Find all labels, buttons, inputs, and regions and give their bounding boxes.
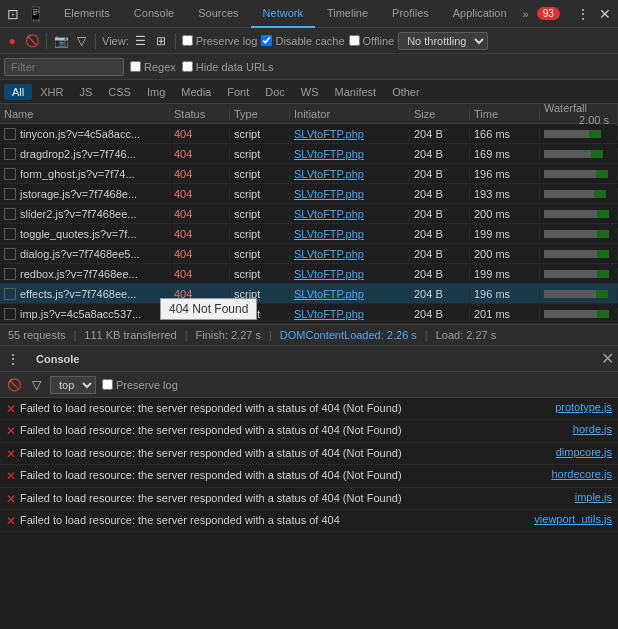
col-status[interactable]: Status <box>170 108 230 120</box>
cell-name: effects.js?v=7f7468ee... <box>0 288 170 300</box>
cell-waterfall <box>540 188 618 200</box>
console-clear-button[interactable]: 🚫 <box>6 377 22 393</box>
col-size[interactable]: Size <box>410 108 470 120</box>
console-file-link[interactable]: hordecore.js <box>551 468 612 480</box>
waterfall-bar <box>589 130 601 138</box>
hide-data-urls-checkbox[interactable] <box>182 61 193 72</box>
initiator-link[interactable]: SLVtoFTP.php <box>294 228 364 240</box>
more-tabs-icon[interactable]: » <box>519 4 533 24</box>
cell-status: 404 <box>170 228 230 240</box>
table-row[interactable]: jstorage.js?v=7f7468e... 404 script SLVt… <box>0 184 618 204</box>
offline-checkbox[interactable] <box>349 35 360 46</box>
type-tab-css[interactable]: CSS <box>100 84 139 100</box>
console-file-link[interactable]: imple.js <box>575 491 612 503</box>
type-tab-font[interactable]: Font <box>219 84 257 100</box>
type-tab-media[interactable]: Media <box>173 84 219 100</box>
camera-button[interactable]: 📷 <box>53 33 69 49</box>
type-tab-all[interactable]: All <box>4 84 32 100</box>
tab-application[interactable]: Application <box>441 0 519 28</box>
record-button[interactable]: ● <box>4 33 20 49</box>
waterfall-bar <box>597 230 609 238</box>
cell-name: redbox.js?v=7f7468ee... <box>0 268 170 280</box>
cell-waterfall <box>540 308 618 320</box>
cell-size: 204 B <box>410 168 470 180</box>
stop-recording-button[interactable]: 🚫 <box>24 33 40 49</box>
regex-checkbox[interactable] <box>130 61 141 72</box>
waterfall-wait <box>544 310 597 318</box>
initiator-link[interactable]: SLVtoFTP.php <box>294 148 364 160</box>
console-file-link[interactable]: dimpcore.js <box>556 446 612 458</box>
console-close-button[interactable]: ✕ <box>601 349 614 368</box>
initiator-link[interactable]: SLVtoFTP.php <box>294 308 364 320</box>
tab-profiles[interactable]: Profiles <box>380 0 441 28</box>
col-time[interactable]: Time <box>470 108 540 120</box>
console-preserve-log-checkbox[interactable] <box>102 379 113 390</box>
initiator-link[interactable]: SLVtoFTP.php <box>294 168 364 180</box>
col-name[interactable]: Name <box>0 108 170 120</box>
devtools-mobile-icon[interactable]: 📱 <box>26 5 44 23</box>
console-header: ⋮ Console ✕ <box>0 346 618 372</box>
cell-size: 204 B <box>410 128 470 140</box>
cell-waterfall <box>540 168 618 180</box>
tab-console[interactable]: Console <box>122 0 186 28</box>
initiator-link[interactable]: SLVtoFTP.php <box>294 248 364 260</box>
settings-icon[interactable]: ⋮ <box>574 5 592 23</box>
waterfall-wait <box>544 290 596 298</box>
waterfall-bar <box>596 290 608 298</box>
console-file-link[interactable]: horde.js <box>573 423 612 435</box>
initiator-link[interactable]: SLVtoFTP.php <box>294 288 364 300</box>
col-initiator[interactable]: Initiator <box>290 108 410 120</box>
table-row[interactable]: imp.js?v=4c5a8acc537... 404 script SLVto… <box>0 304 618 324</box>
grouped-view-button[interactable]: ⊞ <box>153 33 169 49</box>
devtools-dock-icon[interactable]: ⊡ <box>4 5 22 23</box>
separator-2 <box>95 33 96 49</box>
cell-time: 193 ms <box>470 188 540 200</box>
disable-cache-group: Disable cache <box>261 35 344 47</box>
col-type[interactable]: Type <box>230 108 290 120</box>
table-row[interactable]: dragdrop2.js?v=7f746... 404 script SLVto… <box>0 144 618 164</box>
type-tab-other[interactable]: Other <box>384 84 428 100</box>
type-tab-xhr[interactable]: XHR <box>32 84 71 100</box>
table-row[interactable]: effects.js?v=7f7468ee... 404 script SLVt… <box>0 284 618 304</box>
hide-data-urls-label: Hide data URLs <box>196 61 274 73</box>
list-view-button[interactable]: ☰ <box>133 33 149 49</box>
tab-network[interactable]: Network <box>251 0 315 28</box>
console-file-link[interactable]: viewport_utils.js <box>534 513 612 525</box>
waterfall-bar <box>597 270 609 278</box>
type-tab-ws[interactable]: WS <box>293 84 327 100</box>
type-tab-manifest[interactable]: Manifest <box>327 84 385 100</box>
type-tab-doc[interactable]: Doc <box>257 84 293 100</box>
table-row[interactable]: tinycon.js?v=4c5a8acc... 404 script SLVt… <box>0 124 618 144</box>
preserve-log-checkbox[interactable] <box>182 35 193 46</box>
close-icon[interactable]: ✕ <box>596 5 614 23</box>
filter-button[interactable]: ▽ <box>73 33 89 49</box>
type-tab-js[interactable]: JS <box>71 84 100 100</box>
type-tab-img[interactable]: Img <box>139 84 173 100</box>
console-level-select[interactable]: top <box>50 376 96 394</box>
console-file-link[interactable]: prototype.js <box>555 401 612 413</box>
cell-waterfall <box>540 128 618 140</box>
tab-elements[interactable]: Elements <box>52 0 122 28</box>
table-row[interactable]: form_ghost.js?v=7f74... 404 script SLVto… <box>0 164 618 184</box>
error-icon: ✕ <box>6 469 16 483</box>
table-row[interactable]: redbox.js?v=7f7468ee... 404 script SLVto… <box>0 264 618 284</box>
table-row[interactable]: toggle_quotes.js?v=7f... 404 script SLVt… <box>0 224 618 244</box>
table-row[interactable]: dialog.js?v=7f7468ee5... 404 script SLVt… <box>0 244 618 264</box>
initiator-link[interactable]: SLVtoFTP.php <box>294 268 364 280</box>
cell-name: dialog.js?v=7f7468ee5... <box>0 248 170 260</box>
disable-cache-checkbox[interactable] <box>261 35 272 46</box>
console-filter-button[interactable]: ▽ <box>28 377 44 393</box>
initiator-link[interactable]: SLVtoFTP.php <box>294 188 364 200</box>
regex-group: Regex <box>130 61 176 73</box>
console-entry: ✕ Failed to load resource: the server re… <box>0 398 618 420</box>
console-menu-icon[interactable]: ⋮ <box>4 350 22 368</box>
initiator-link[interactable]: SLVtoFTP.php <box>294 128 364 140</box>
initiator-link[interactable]: SLVtoFTP.php <box>294 208 364 220</box>
col-waterfall[interactable]: Waterfall 2.00 s <box>540 104 618 126</box>
throttle-select[interactable]: No throttling <box>398 32 488 50</box>
tab-timeline[interactable]: Timeline <box>315 0 380 28</box>
table-row[interactable]: slider2.js?v=7f7468ee... 404 script SLVt… <box>0 204 618 224</box>
filter-input[interactable] <box>4 58 124 76</box>
tab-sources[interactable]: Sources <box>186 0 250 28</box>
error-count-badge: 93 <box>537 7 560 20</box>
